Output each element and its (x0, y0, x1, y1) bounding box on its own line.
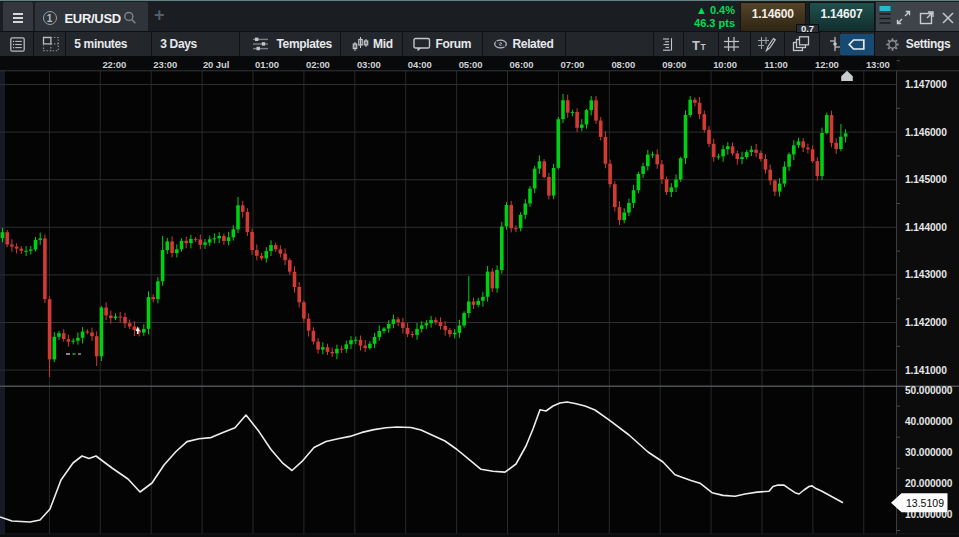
svg-text:20 Jul: 20 Jul (203, 59, 229, 70)
svg-text:23:00: 23:00 (153, 59, 177, 70)
svg-text:1.144000: 1.144000 (905, 222, 947, 233)
svg-text:1.141000: 1.141000 (905, 365, 947, 376)
svg-text:08:00: 08:00 (611, 59, 635, 70)
svg-text:11:00: 11:00 (764, 59, 787, 70)
svg-text:07:00: 07:00 (560, 59, 584, 70)
svg-text:40.000000: 40.000000 (905, 416, 953, 427)
svg-text:01:00: 01:00 (255, 59, 279, 70)
svg-text:03:00: 03:00 (357, 59, 381, 70)
svg-text:T: T (700, 41, 706, 51)
svg-text:12:00: 12:00 (815, 59, 839, 70)
svg-text:T: T (692, 38, 700, 51)
svg-text:05:00: 05:00 (459, 59, 483, 70)
svg-text:20.000000: 20.000000 (905, 478, 953, 489)
svg-text:10:00: 10:00 (713, 59, 737, 70)
svg-text:02:00: 02:00 (306, 59, 330, 70)
svg-text:04:00: 04:00 (408, 59, 432, 70)
svg-text:30.000000: 30.000000 (905, 447, 953, 458)
svg-text:06:00: 06:00 (510, 59, 534, 70)
svg-text:50.000000: 50.000000 (905, 385, 953, 396)
svg-text:1.146000: 1.146000 (905, 127, 947, 138)
svg-text:13:00: 13:00 (866, 59, 890, 70)
svg-text:1.143000: 1.143000 (905, 269, 947, 280)
svg-text:22:00: 22:00 (102, 59, 126, 70)
svg-text:1.145000: 1.145000 (905, 174, 947, 185)
svg-text:1.142000: 1.142000 (905, 317, 947, 328)
svg-text:13.5109: 13.5109 (906, 497, 944, 509)
svg-text:09:00: 09:00 (662, 59, 686, 70)
svg-text:1.147000: 1.147000 (905, 79, 947, 90)
